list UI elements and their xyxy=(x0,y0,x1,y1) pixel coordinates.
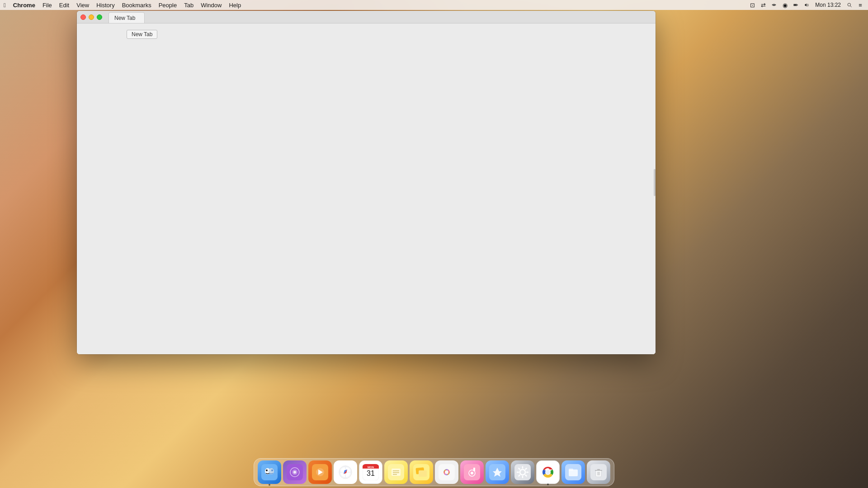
svg-rect-35 xyxy=(419,470,427,477)
svg-point-8 xyxy=(266,469,268,471)
traffic-lights xyxy=(80,14,102,20)
svg-line-62 xyxy=(526,469,527,469)
menubar:  Chrome File Edit View History Bookmark… xyxy=(0,0,868,10)
new-tab-tab[interactable]: New Tab xyxy=(108,12,145,23)
chrome-window: New Tab New Tab xyxy=(77,11,656,354)
dock-item-calendar[interactable]: MON 31 xyxy=(359,460,382,484)
svg-rect-2 xyxy=(797,5,798,5)
menu-view[interactable]: View xyxy=(73,0,93,10)
wifi-ext-icon[interactable]: ⇄ xyxy=(759,1,767,9)
airdrop-icon[interactable]: ◉ xyxy=(781,1,789,9)
dock-item-finder[interactable] xyxy=(258,460,281,484)
menubar-left:  Chrome File Edit View History Bookmark… xyxy=(0,0,245,10)
tab-bar: New Tab xyxy=(107,11,145,23)
menu-help[interactable]: Help xyxy=(225,0,245,10)
dock-item-stickies[interactable] xyxy=(410,460,433,484)
svg-point-13 xyxy=(293,471,296,474)
svg-point-47 xyxy=(445,470,448,474)
dock-item-notes[interactable] xyxy=(384,460,408,484)
finder-dot xyxy=(269,484,270,486)
apple-menu[interactable]:  xyxy=(0,0,9,10)
dock-item-chrome[interactable] xyxy=(536,460,560,484)
volume-icon[interactable] xyxy=(802,1,811,9)
datetime-display[interactable]: Mon 13:22 xyxy=(813,0,843,10)
dock-item-siri[interactable] xyxy=(283,460,307,484)
svg-text:31: 31 xyxy=(367,469,375,477)
dock-item-sysprefs[interactable] xyxy=(511,460,534,484)
dock-item-itunes[interactable] xyxy=(460,460,484,484)
menu-file[interactable]: File xyxy=(39,0,56,10)
new-tab-area: New Tab xyxy=(77,23,656,39)
svg-line-60 xyxy=(519,469,520,469)
maximize-button[interactable] xyxy=(97,14,102,20)
dock-item-photos[interactable] xyxy=(435,460,458,484)
chrome-dot xyxy=(547,483,549,485)
menu-tab[interactable]: Tab xyxy=(180,0,197,10)
dock-item-safari[interactable] xyxy=(334,460,357,484)
svg-rect-29 xyxy=(392,469,401,476)
battery-icon[interactable] xyxy=(792,1,800,9)
svg-rect-70 xyxy=(569,469,573,471)
minimize-button[interactable] xyxy=(89,14,94,20)
menu-history[interactable]: History xyxy=(93,0,118,10)
cast-icon[interactable]: ⊡ xyxy=(748,1,756,9)
menu-chrome[interactable]: Chrome xyxy=(9,0,39,10)
close-button[interactable] xyxy=(80,14,86,20)
chrome-page xyxy=(77,39,656,354)
svg-point-67 xyxy=(546,470,550,474)
menubar-right: ⊡ ⇄ ◉ Mon 13:22 xyxy=(748,0,868,10)
svg-line-63 xyxy=(519,475,520,476)
apple-logo:  xyxy=(4,2,6,9)
chrome-titlebar: New Tab xyxy=(77,11,656,23)
svg-rect-1 xyxy=(794,4,797,5)
dock-item-appstore[interactable] xyxy=(486,460,509,484)
chrome-content: New Tab xyxy=(77,23,656,354)
dock-item-trash[interactable] xyxy=(587,460,610,484)
svg-line-61 xyxy=(526,475,527,476)
svg-text:MON: MON xyxy=(368,466,374,469)
svg-point-9 xyxy=(271,469,273,471)
dock-item-launchpad[interactable] xyxy=(308,460,332,484)
tab-label: New Tab xyxy=(114,15,135,21)
new-tab-button[interactable]: New Tab xyxy=(127,30,157,39)
svg-point-50 xyxy=(471,472,473,474)
menu-people[interactable]: People xyxy=(155,0,180,10)
menu-bookmarks[interactable]: Bookmarks xyxy=(118,0,155,10)
notification-center-icon[interactable]: ≡ xyxy=(856,1,864,9)
svg-line-4 xyxy=(850,6,852,7)
dock: MON 31 xyxy=(254,458,614,486)
svg-rect-74 xyxy=(597,469,600,470)
menu-window[interactable]: Window xyxy=(197,0,225,10)
wifi-icon[interactable] xyxy=(770,1,778,9)
spotlight-icon[interactable] xyxy=(845,1,854,9)
dock-item-files[interactable] xyxy=(561,460,585,484)
menu-edit[interactable]: Edit xyxy=(56,0,73,10)
scroll-indicator[interactable] xyxy=(654,169,656,196)
